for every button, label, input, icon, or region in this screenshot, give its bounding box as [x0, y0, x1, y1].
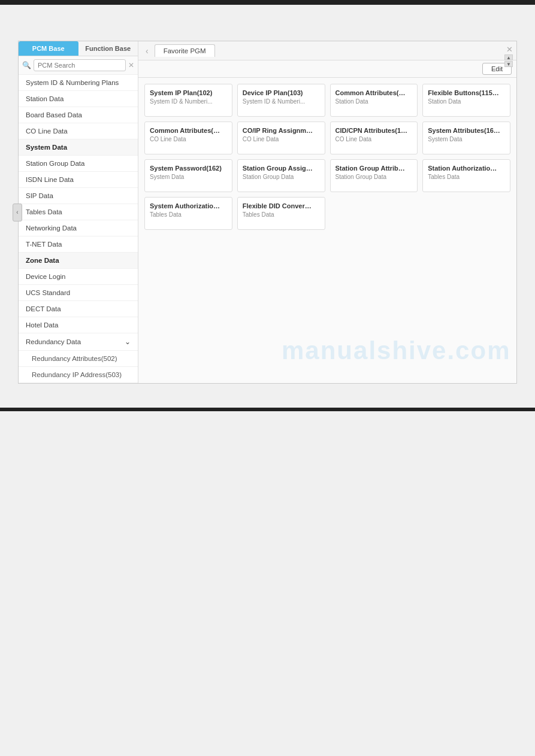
page-wrapper: PCM Base Function Base 🔍 ✕ System ID & N… [0, 5, 535, 408]
sidebar-item-device-login[interactable]: Device Login [19, 269, 138, 285]
pgm-card-title: Flexible Buttons(115… [428, 89, 505, 96]
bottom-bar [0, 408, 535, 411]
sidebar: PCM Base Function Base 🔍 ✕ System ID & N… [19, 41, 138, 383]
pgm-card[interactable]: Common Attributes(… CO Line Data [144, 122, 232, 154]
pgm-card[interactable]: Common Attributes(… Station Data [330, 84, 418, 117]
sidebar-item-redundancy-attr[interactable]: Redundancy Attributes(502) [19, 351, 138, 367]
sidebar-item-redundancy[interactable]: Redundancy Data ⌄ [19, 333, 138, 351]
chevron-down-icon: ⌄ [125, 338, 131, 346]
sidebar-search-bar: 🔍 ✕ [19, 56, 138, 75]
right-panel: ✕ ▲ ▼ ‹ Favorite PGM Edit System IP Plan… [138, 41, 516, 383]
pgm-card[interactable]: Flexible Buttons(115… Station Data [422, 84, 510, 117]
sidebar-item-station-group[interactable]: Station Group Data [19, 156, 138, 172]
right-panel-toolbar: Edit [138, 60, 516, 78]
sidebar-item-isdn-line[interactable]: ISDN Line Data [19, 172, 138, 188]
pgm-card-title: Flexible DID Conver… [243, 202, 320, 210]
clear-icon[interactable]: ✕ [128, 61, 134, 69]
pgm-card[interactable]: Station Group Assig… Station Group Data [237, 159, 325, 192]
pgm-card[interactable]: Flexible DID Conver… Tables Data [237, 197, 325, 230]
pgm-card-subtitle: Tables Data [150, 211, 227, 218]
pgm-card[interactable]: System IP Plan(102) System ID & Numberi.… [144, 84, 232, 117]
pgm-card-subtitle: System ID & Numberi... [243, 98, 320, 105]
right-panel-header: ‹ Favorite PGM [138, 41, 516, 60]
pgm-card-title: System Attributes(16… [428, 127, 505, 134]
function-base-tab[interactable]: Function Base [78, 41, 138, 56]
sidebar-tabs: PCM Base Function Base [19, 41, 138, 56]
sidebar-item-co-line[interactable]: CO Line Data [19, 123, 138, 139]
pgm-card[interactable]: CO/IP Ring Assignm… CO Line Data [237, 122, 325, 154]
scroll-down-arrow[interactable]: ▼ [504, 61, 513, 67]
pgm-card-subtitle: CO Line Data [335, 136, 413, 142]
pgm-card-title: Station Group Assig… [243, 165, 320, 172]
pgm-card-subtitle: System Data [150, 174, 227, 180]
cards-grid: System IP Plan(102) System ID & Numberi.… [138, 78, 516, 236]
pgm-card-subtitle: Tables Data [243, 211, 320, 218]
sidebar-item-zone-data[interactable]: Zone Data [19, 253, 138, 269]
search-input[interactable] [34, 59, 126, 71]
pgm-card-title: Station Group Attrib… [335, 165, 413, 172]
pgm-card-subtitle: Station Group Data [335, 174, 413, 180]
pgm-card-subtitle: Tables Data [428, 174, 505, 180]
pgm-card-subtitle: CO Line Data [243, 136, 320, 142]
sidebar-item-hotel[interactable]: Hotel Data [19, 317, 138, 333]
sidebar-item-system-data[interactable]: System Data [19, 139, 138, 156]
pgm-card-subtitle: Station Data [335, 98, 413, 105]
sidebar-item-ucs[interactable]: UCS Standard [19, 285, 138, 301]
scroll-up-arrow[interactable]: ▲ [504, 54, 513, 60]
pgm-card-title: Common Attributes(… [150, 127, 227, 134]
sidebar-item-board-based[interactable]: Board Based Data [19, 107, 138, 123]
sidebar-item-redundancy-ip[interactable]: Redundancy IP Address(503) [19, 367, 138, 383]
top-bar [0, 0, 535, 5]
pgm-card-title: Device IP Plan(103) [243, 89, 320, 96]
sidebar-item-sip[interactable]: SIP Data [19, 188, 138, 204]
close-button[interactable]: ✕ [506, 45, 513, 54]
pgm-card-title: Common Attributes(… [335, 89, 413, 96]
pgm-card-title: System IP Plan(102) [150, 89, 227, 96]
scroll-arrows: ▲ ▼ [504, 54, 513, 67]
pgm-card-subtitle: System Data [428, 136, 505, 142]
pgm-card-title: CID/CPN Attributes(1… [335, 127, 413, 134]
pgm-card-subtitle: System ID & Numberi... [150, 98, 227, 105]
watermark: manualshive.com [282, 336, 510, 365]
pgm-card-title: Station Authorizatio… [428, 165, 505, 172]
sidebar-item-tnet[interactable]: T-NET Data [19, 236, 138, 253]
pgm-card[interactable]: Station Authorizatio… Tables Data [422, 159, 510, 192]
pgm-card[interactable]: System Authorizatio… Tables Data [144, 197, 232, 230]
pgm-card-subtitle: Station Group Data [243, 174, 320, 180]
pgm-card[interactable]: Station Group Attrib… Station Group Data [330, 159, 418, 192]
sidebar-item-station-data[interactable]: Station Data [19, 91, 138, 107]
pgm-card[interactable]: Device IP Plan(103) System ID & Numberi.… [237, 84, 325, 117]
pgm-card-title: CO/IP Ring Assignm… [243, 127, 320, 134]
pgm-card[interactable]: CID/CPN Attributes(1… CO Line Data [330, 122, 418, 154]
pgm-card[interactable]: System Attributes(16… System Data [422, 122, 510, 154]
search-icon: 🔍 [22, 61, 31, 69]
pgm-card-subtitle: CO Line Data [150, 136, 227, 142]
pgm-card[interactable]: System Password(162) System Data [144, 159, 232, 192]
sidebar-item-networking[interactable]: Networking Data [19, 220, 138, 236]
pgm-card-subtitle: Station Data [428, 98, 505, 105]
pcm-base-tab[interactable]: PCM Base [19, 41, 78, 56]
sidebar-item-tables[interactable]: Tables Data [19, 204, 138, 220]
favorite-pgm-tab[interactable]: Favorite PGM [155, 44, 215, 57]
sidebar-collapse-toggle[interactable]: ‹ [13, 204, 22, 221]
sidebar-item-dect[interactable]: DECT Data [19, 301, 138, 317]
main-container: PCM Base Function Base 🔍 ✕ System ID & N… [18, 41, 517, 384]
pgm-card-title: System Authorizatio… [150, 202, 227, 210]
pgm-card-title: System Password(162) [150, 165, 227, 172]
nav-back-arrow[interactable]: ‹ [143, 45, 151, 57]
sidebar-item-system-id[interactable]: System ID & Numbering Plans [19, 75, 138, 91]
